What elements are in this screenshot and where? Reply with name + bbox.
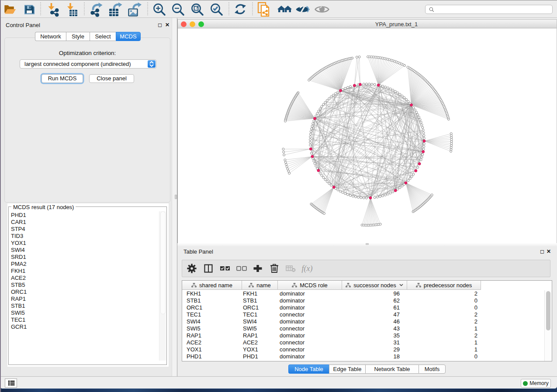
- svg-text:f(x): f(x): [302, 264, 313, 273]
